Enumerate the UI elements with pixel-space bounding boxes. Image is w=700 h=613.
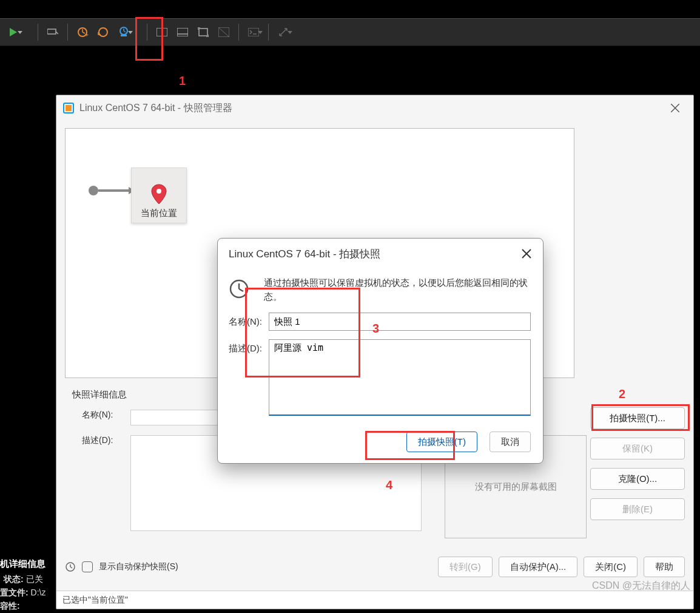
clock-icon: [65, 561, 76, 572]
delete-button: 删除(E): [590, 498, 685, 520]
svg-rect-14: [248, 28, 259, 36]
send-keys-icon[interactable]: [43, 22, 62, 42]
dialog-close-button[interactable]: [519, 246, 534, 262]
vmware-icon: [62, 102, 75, 114]
snapshot-name-input[interactable]: [269, 313, 531, 331]
show-autoprotect-label: 显示自动保护快照(S): [99, 561, 178, 572]
footer-row: 显示自动保护快照(S) 转到(G) 自动保护(A)... 关闭(C) 帮助: [65, 554, 685, 580]
window-title: Linux CentOS 7 64-bit - 快照管理器: [79, 102, 663, 115]
location-pin-icon: [150, 183, 167, 205]
autoprotect-button[interactable]: 自动保护(A)...: [499, 557, 578, 577]
svg-point-4: [99, 28, 107, 36]
dialog-title: Linux CentOS 7 64-bit - 拍摄快照: [229, 247, 380, 261]
snapshot-take-icon[interactable]: +: [73, 22, 92, 42]
annotation-label-2: 2: [619, 387, 625, 401]
window-close-button[interactable]: [663, 99, 687, 117]
svg-text:+: +: [85, 32, 89, 38]
svg-rect-11: [199, 29, 207, 36]
view-unity-icon[interactable]: [214, 22, 234, 42]
snapshot-desc-input[interactable]: [269, 339, 531, 416]
statusbar: 已选中"当前位置": [56, 591, 693, 609]
snapshot-arrow-icon: [98, 189, 130, 192]
stretch-icon[interactable]: [274, 22, 293, 42]
snapshot-manager-icon[interactable]: [114, 22, 133, 42]
dialog-take-button[interactable]: 拍摄快照(T): [406, 432, 477, 452]
clone-button[interactable]: 克隆(O)...: [590, 468, 685, 490]
svg-rect-16: [66, 105, 72, 111]
current-location-node[interactable]: 当前位置: [131, 168, 187, 223]
svg-point-19: [156, 189, 161, 194]
details-desc-label: 描述(D):: [82, 435, 130, 446]
take-snapshot-dialog: Linux CentOS 7 64-bit - 拍摄快照 通过拍摄快照可以保留虚…: [217, 238, 544, 464]
goto-button: 转到(G): [438, 557, 493, 577]
details-name-label: 名称(N):: [82, 410, 130, 421]
annotation-label-1: 1: [179, 74, 186, 88]
close-button[interactable]: 关闭(C): [584, 557, 638, 577]
svg-rect-1: [47, 29, 56, 34]
dialog-cancel-button[interactable]: 取消: [490, 432, 531, 452]
dialog-name-label: 名称(N):: [229, 313, 269, 328]
take-snapshot-button[interactable]: 拍摄快照(T)...: [590, 407, 685, 429]
details-header: 快照详细信息: [72, 389, 127, 401]
window-titlebar: Linux CentOS 7 64-bit - 快照管理器: [56, 95, 693, 121]
annotation-label-4: 4: [386, 478, 392, 492]
dialog-description: 通过拍摄快照可以保留虚拟机的状态，以便以后您能返回相同的状态。: [264, 276, 531, 303]
play-button[interactable]: [4, 22, 23, 42]
watermark-text: CSDN @无法自律的人: [592, 580, 690, 592]
statusbar-text: 已选中"当前位置": [62, 595, 128, 606]
keep-button: 保留(K): [590, 438, 685, 459]
app-toolbar: +: [0, 18, 700, 46]
snapshot-origin-node: [89, 186, 98, 195]
svg-rect-6: [121, 35, 127, 36]
view-split-icon[interactable]: [152, 22, 172, 42]
no-screenshot-text: 没有可用的屏幕截图: [475, 481, 557, 493]
view-single-icon[interactable]: [173, 22, 192, 42]
svg-rect-9: [177, 28, 188, 36]
svg-marker-0: [10, 28, 17, 36]
current-location-label: 当前位置: [141, 208, 177, 219]
snapshot-revert-icon[interactable]: [93, 22, 113, 42]
clock-icon: [229, 279, 249, 299]
help-button[interactable]: 帮助: [644, 557, 685, 577]
svg-line-13: [218, 27, 229, 37]
console-icon[interactable]: [244, 22, 263, 42]
view-fullscreen-icon[interactable]: [194, 22, 213, 42]
dialog-desc-label: 描述(D):: [229, 339, 269, 354]
bg-panel-title: 机详细信息: [0, 558, 45, 570]
annotation-label-3: 3: [372, 322, 379, 336]
show-autoprotect-checkbox[interactable]: [82, 561, 93, 572]
